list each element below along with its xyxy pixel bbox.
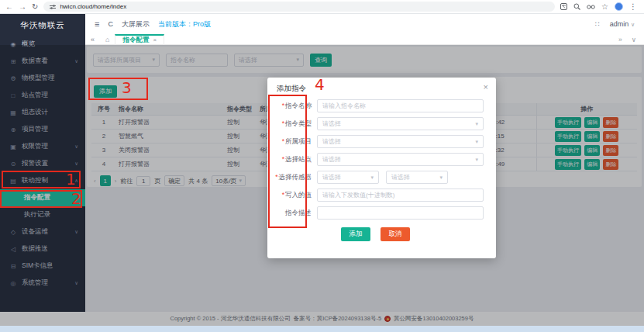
back-icon[interactable]: ← xyxy=(5,3,13,11)
forward-icon[interactable]: → xyxy=(19,3,26,11)
select-placeholder: 请选择 xyxy=(391,173,410,182)
tabs-menu-icon[interactable]: ∨ xyxy=(632,36,636,43)
username: admin xyxy=(610,20,629,28)
field-label: 指令描述 xyxy=(285,209,312,216)
field-description: 指令描述 xyxy=(267,206,484,220)
address-bar[interactable]: hwicn.cloud/home/Index xyxy=(43,2,555,12)
tabs-expand-icon[interactable]: » xyxy=(618,36,622,43)
required-asterisk: * xyxy=(282,137,284,145)
command-type-select[interactable]: 请选择 ▾ xyxy=(317,117,484,130)
taskbar-edge xyxy=(0,326,644,332)
zoom-icon[interactable] xyxy=(573,3,580,10)
sensor-select-primary[interactable]: 请选择 ▾ xyxy=(317,171,379,184)
dialog-cancel-button[interactable]: 取消 xyxy=(381,227,410,241)
tab-close-icon[interactable]: × xyxy=(153,36,157,43)
caret-down-icon: ▾ xyxy=(475,121,478,127)
tab-label: 指令配置 xyxy=(122,36,149,45)
app-logo-title: 华沃物联云 xyxy=(0,14,85,36)
field-sensor: *选择传感器 请选择 ▾ 请选择 ▾ xyxy=(267,171,484,184)
site-select[interactable]: 请选择 ▾ xyxy=(317,153,484,166)
browser-toolbar: ← → ↻ hwicn.cloud/home/Index ☆ ⋮ xyxy=(0,0,644,14)
required-asterisk: * xyxy=(282,119,284,127)
field-site: *选择站点 请选择 ▾ xyxy=(267,153,484,166)
caret-down-icon: ▾ xyxy=(439,175,443,181)
field-label: 写入的值 xyxy=(285,191,312,199)
field-label: 所属项目 xyxy=(285,137,312,145)
tab-bar: « ⌂ 指令配置 × » ∨ xyxy=(85,34,644,45)
command-name-input[interactable] xyxy=(317,99,484,112)
chevron-down-icon: ∨ xyxy=(631,22,635,27)
field-label: 指令类型 xyxy=(285,119,312,127)
browser-actions: ☆ ⋮ xyxy=(560,2,639,11)
dialog-close-icon[interactable]: × xyxy=(484,83,488,92)
collapse-menu-icon[interactable]: ≡ xyxy=(95,19,99,29)
field-label: 选择传感器 xyxy=(279,173,312,181)
translate-icon[interactable] xyxy=(560,3,567,10)
app-header: ≡ C 大屏展示 当前版本：Pro版 ∷ admin ∨ xyxy=(85,14,644,34)
caret-down-icon: ▾ xyxy=(475,157,478,163)
field-label: 选择站点 xyxy=(285,155,312,163)
fullscreen-icon[interactable]: ∷ xyxy=(595,20,600,28)
url-text: hwicn.cloud/home/Index xyxy=(60,3,126,10)
select-placeholder: 请选择 xyxy=(322,155,341,164)
browser-menu-icon[interactable]: ⋮ xyxy=(629,3,637,11)
profile-avatar[interactable] xyxy=(615,2,623,11)
refresh-icon[interactable]: C xyxy=(108,20,113,28)
field-project: *所属项目 请选择 ▾ xyxy=(267,135,484,148)
bookmark-star-icon[interactable]: ☆ xyxy=(601,3,608,11)
dialog-submit-button[interactable]: 添加 xyxy=(341,227,370,241)
dialog-title: 添加指令 xyxy=(267,78,496,98)
required-asterisk: * xyxy=(275,173,277,181)
select-placeholder: 请选择 xyxy=(322,137,341,146)
select-placeholder: 请选择 xyxy=(322,119,341,128)
reload-icon[interactable]: ↻ xyxy=(32,3,38,11)
write-value-input[interactable] xyxy=(317,188,484,202)
select-placeholder: 请选择 xyxy=(322,173,341,182)
required-asterisk: * xyxy=(282,102,284,109)
field-command-type: *指令类型 请选择 ▾ xyxy=(267,117,484,130)
tabs-collapse-icon[interactable]: « xyxy=(85,36,100,43)
description-input[interactable] xyxy=(317,206,484,220)
field-write-value: *写入的值 xyxy=(267,188,484,202)
user-menu[interactable]: admin ∨ xyxy=(610,20,635,28)
home-icon[interactable]: ⌂ xyxy=(100,36,115,43)
site-info-icon[interactable] xyxy=(50,4,56,10)
required-asterisk: * xyxy=(282,191,284,199)
field-label: 指令名称 xyxy=(285,102,312,109)
add-command-dialog: 添加指令 × *指令名称 *指令类型 请选择 ▾ *所属项目 请选择 ▾ xyxy=(267,78,496,258)
caret-down-icon: ▾ xyxy=(475,139,478,145)
required-asterisk: * xyxy=(282,155,284,163)
version-label: 当前版本：Pro版 xyxy=(158,19,211,29)
field-command-name: *指令名称 xyxy=(267,99,484,112)
project-select[interactable]: 请选择 ▾ xyxy=(317,135,484,148)
password-manager-icon[interactable] xyxy=(587,4,595,10)
sensor-select-secondary[interactable]: 请选择 ▾ xyxy=(386,171,448,184)
big-screen-link[interactable]: 大屏展示 xyxy=(122,19,150,29)
tab-command-config[interactable]: 指令配置 × xyxy=(115,34,164,45)
caret-down-icon: ▾ xyxy=(370,175,374,181)
